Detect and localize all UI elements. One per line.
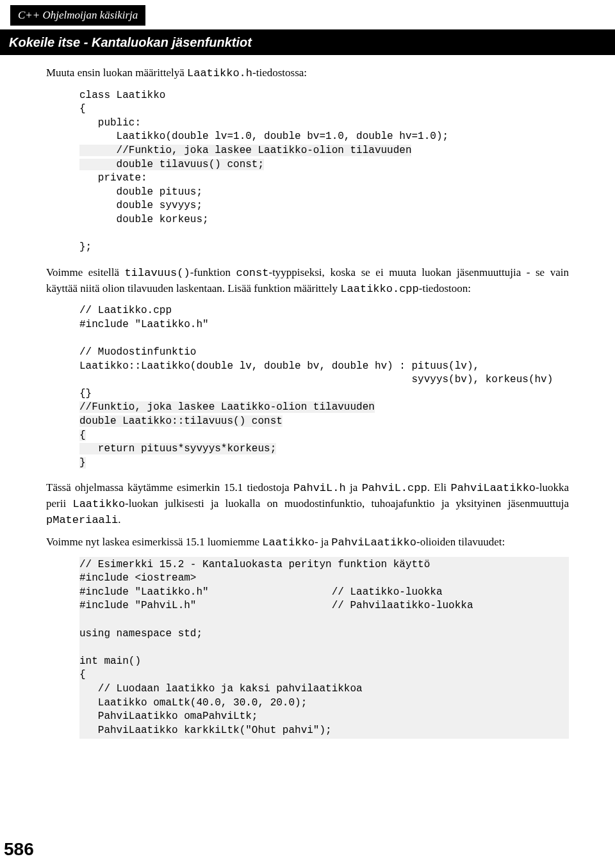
p2-b: -funktion <box>190 266 236 278</box>
code2-b: //Funktio, joka laskee Laatikko-olion ti… <box>79 401 375 468</box>
code2-a: // Laatikko.cpp #include "Laatikko.h" //… <box>79 305 553 399</box>
p4-b: - ja <box>315 536 331 548</box>
p4-a: Voimme nyt laskea esimerkissä 15.1 luomi… <box>46 536 262 548</box>
p4-c: -olioiden tilavuudet: <box>416 536 505 548</box>
p3-code4: Laatikko <box>72 498 125 510</box>
code1-a: class Laatikko { public: Laatikko(double… <box>79 90 448 143</box>
code-block-3: // Esimerkki 15.2 - Kantaluokasta perity… <box>79 557 569 739</box>
p2-code2: const <box>236 267 268 279</box>
p4-code1: Laatikko <box>262 536 315 549</box>
p2-a: Voimme esitellä <box>46 266 125 278</box>
p3-b: ja <box>346 481 362 494</box>
paragraph-4: Voimme nyt laskea esimerkissä 15.1 luomi… <box>46 534 569 551</box>
p2-d: -tiedostoon: <box>419 282 471 294</box>
p3-code2: PahviL.cpp <box>362 482 427 494</box>
intro-paragraph: Muuta ensin luokan määrittelyä Laatikko.… <box>46 65 569 81</box>
p1-pre: Muuta ensin luokan määrittelyä <box>46 67 187 79</box>
code-block-2: // Laatikko.cpp #include "Laatikko.h" //… <box>79 303 569 471</box>
paragraph-3: Tässä ohjelmassa käytämme esimerkin 15.1… <box>46 480 569 527</box>
p3-code5: pMateriaali <box>46 514 118 526</box>
p3-e: -luokan julkisesti ja luokalla on muodos… <box>125 497 569 510</box>
p1-post: -tiedostossa: <box>252 67 307 79</box>
p3-code3: PahviLaatikko <box>450 482 536 494</box>
p2-code1: tilavuus() <box>125 267 190 279</box>
p1-code: Laatikko.h <box>187 67 252 79</box>
book-title: C++ Ohjelmoijan käsikirja <box>10 5 145 26</box>
p3-c: . Eli <box>427 481 451 494</box>
p3-code1: PahviL.h <box>293 482 346 494</box>
section-title: Kokeile itse - Kantaluokan jäsenfunktiot <box>0 29 615 55</box>
page-number: 586 <box>4 837 34 862</box>
code-block-1: class Laatikko { public: Laatikko(double… <box>79 88 569 256</box>
p3-a: Tässä ohjelmassa käytämme esimerkin 15.1… <box>46 481 293 494</box>
p2-code3: Laatikko.cpp <box>340 283 418 295</box>
paragraph-2: Voimme esitellä tilavuus()-funktion cons… <box>46 265 569 297</box>
p3-f: . <box>118 513 120 526</box>
code1-c: private: double pituus; double syvyys; d… <box>79 172 209 253</box>
code1-b: //Funktio, joka laskee Laatikko-olion ti… <box>79 145 411 170</box>
p4-code2: PahviLaatikko <box>331 536 416 549</box>
